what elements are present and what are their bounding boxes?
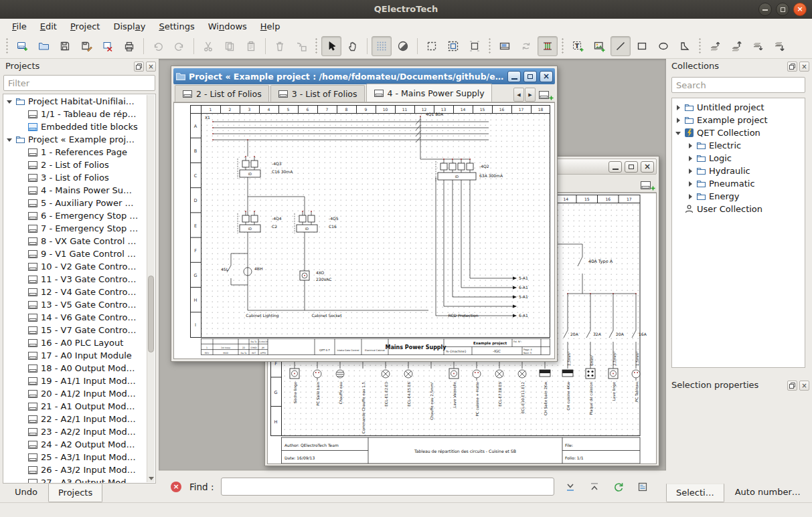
maximize-icon[interactable] xyxy=(625,161,638,173)
new-folio-button[interactable] xyxy=(12,36,32,56)
collection-tree-item[interactable]: Logic xyxy=(672,152,805,165)
toolbar-handle[interactable] xyxy=(698,37,702,55)
project-tree-item[interactable]: 2 - List of Folios xyxy=(3,159,147,171)
project-tree-item[interactable]: 27 - A3 Output Mod… xyxy=(3,476,147,484)
expander-right-icon[interactable] xyxy=(675,104,681,111)
add-folio-icon[interactable] xyxy=(538,88,555,102)
collection-tree-item[interactable]: Example project xyxy=(672,114,805,126)
grid-button[interactable] xyxy=(372,36,392,56)
send-to-back-button[interactable] xyxy=(769,36,789,56)
raise-element-button[interactable] xyxy=(705,36,725,56)
project-tree-item[interactable]: 6 - Emergency Stop … xyxy=(3,209,147,222)
lower-element-button[interactable] xyxy=(748,36,768,56)
project-tree-item[interactable]: 18 - A0 Output Mod… xyxy=(3,362,147,375)
project-tree-item[interactable]: 8 - VX Gate Control … xyxy=(3,235,147,247)
dock-tab-auto-number-[interactable]: Auto number… xyxy=(726,484,810,502)
add-folio-icon[interactable] xyxy=(639,178,657,192)
toolbar-handle[interactable] xyxy=(315,37,318,55)
close-find-icon[interactable]: × xyxy=(171,482,181,492)
maximize-icon[interactable] xyxy=(523,71,537,82)
close-panel-icon[interactable]: × xyxy=(799,381,809,391)
expander-down-icon[interactable] xyxy=(675,130,681,136)
menu-file[interactable]: File xyxy=(5,20,33,33)
folio-tab[interactable]: 4 - Mains Power Supply xyxy=(366,84,492,102)
add-conductor-button[interactable] xyxy=(538,36,558,56)
menu-windows[interactable]: Windows xyxy=(201,20,254,33)
toolbar-handle[interactable] xyxy=(488,37,491,55)
deselect-button[interactable] xyxy=(465,36,485,56)
project-tree-item[interactable]: 3 - List of Folios xyxy=(3,171,147,184)
close-project-button[interactable] xyxy=(98,36,118,56)
expander-right-icon[interactable] xyxy=(687,155,694,162)
edit-titleblock-button[interactable] xyxy=(495,36,515,56)
float-panel-icon[interactable] xyxy=(134,62,144,72)
project-tree-item[interactable]: 13 - V5 Gate Contro… xyxy=(3,298,147,311)
project-tree-item[interactable]: 16 - A0 PLC Layout xyxy=(3,336,147,349)
project-tree-item[interactable]: 22 - A2/1 Input Mod… xyxy=(3,413,147,425)
find-previous-icon[interactable] xyxy=(586,479,602,495)
select-pointer-button[interactable] xyxy=(321,36,341,56)
print-button[interactable] xyxy=(119,36,139,56)
add-image-button[interactable] xyxy=(589,36,609,56)
add-polygon-button[interactable] xyxy=(675,36,695,56)
open-project-button[interactable] xyxy=(33,36,54,56)
save-as-button[interactable] xyxy=(76,36,96,56)
project-tree-item[interactable]: 1 - References Page xyxy=(3,146,147,159)
tab-scroll-right-icon[interactable]: ▶ xyxy=(525,88,536,102)
collection-tree-item[interactable]: Hydraulic xyxy=(672,165,805,177)
expander-right-icon[interactable] xyxy=(687,193,694,200)
project-tree-item[interactable]: 9 - V1 Gate Control … xyxy=(3,247,147,260)
project-tree-item[interactable]: 14 - V6 Gate Contro… xyxy=(3,311,147,324)
dock-tab-projects[interactable]: Projects xyxy=(48,484,102,502)
collection-tree-item[interactable]: Pneumatic xyxy=(672,177,805,190)
scrollbar-thumb[interactable] xyxy=(148,276,154,352)
active-window-titlebar[interactable]: Project « Example project : /home/fdomat… xyxy=(173,68,555,84)
project-tree-item[interactable]: Project Habitat-Unifilai… xyxy=(3,95,147,108)
project-tree-item[interactable]: 24 - A2 Output Mod… xyxy=(3,438,147,451)
find-refresh-icon[interactable] xyxy=(611,479,627,495)
close-panel-icon[interactable]: × xyxy=(799,62,809,72)
dock-tab-selecti-[interactable]: Selecti… xyxy=(666,484,724,502)
save-button[interactable] xyxy=(55,36,75,56)
toolbar-handle[interactable] xyxy=(5,37,9,55)
minimize-icon[interactable] xyxy=(608,161,622,173)
project-tree-item[interactable]: 21 - A1 Output Mod… xyxy=(3,400,147,413)
filter-input[interactable] xyxy=(3,75,155,91)
find-input[interactable] xyxy=(221,478,554,496)
float-panel-icon[interactable] xyxy=(787,62,797,72)
expander-right-icon[interactable] xyxy=(687,168,694,175)
project-tree-item[interactable]: 4 - Mains Power Su… xyxy=(3,184,147,197)
add-ellipse-button[interactable] xyxy=(653,36,673,56)
menu-help[interactable]: Help xyxy=(254,20,287,33)
collection-tree-item[interactable]: Electric xyxy=(672,139,805,152)
select-all-button[interactable] xyxy=(443,36,463,56)
close-icon[interactable]: × xyxy=(641,161,654,173)
project-tree-item[interactable]: 5 - Auxiliary Power … xyxy=(3,197,147,209)
add-rectangle-button[interactable] xyxy=(632,36,652,56)
menu-display[interactable]: Display xyxy=(106,20,152,33)
collection-tree-item[interactable]: User Collection xyxy=(672,203,805,215)
expander-right-icon[interactable] xyxy=(687,142,694,149)
project-tree-item[interactable]: 19 - A1/1 Input Mod… xyxy=(3,375,147,387)
folio-tab[interactable]: 2 - List of Folios xyxy=(175,85,269,102)
project-tree-item[interactable]: Project « Example proj… xyxy=(3,133,147,146)
folio-canvas[interactable]: 123456789101112131415161718ABCDEFGHIX14Q… xyxy=(173,102,555,359)
find-options-icon[interactable] xyxy=(635,479,651,495)
scroll-down-icon[interactable] xyxy=(149,477,154,480)
project-tree-item[interactable]: Embedded title blocks xyxy=(3,120,147,133)
toolbar-handle[interactable] xyxy=(561,37,564,55)
background-color-button[interactable] xyxy=(393,36,413,56)
menu-edit[interactable]: Edit xyxy=(33,20,64,33)
project-window-active[interactable]: Project « Example project : /home/fdomat… xyxy=(171,66,558,362)
project-tree-item[interactable]: 26 - A3/2 Input Mod… xyxy=(3,463,147,476)
project-tree-item[interactable]: 12 - V4 Gate Contro… xyxy=(3,286,147,298)
expander-right-icon[interactable] xyxy=(675,117,681,124)
add-line-button[interactable] xyxy=(611,36,631,56)
menu-project[interactable]: Project xyxy=(64,20,107,33)
collection-tree-item[interactable]: Energy xyxy=(672,190,805,203)
collection-tree-item[interactable]: QET Collection xyxy=(672,126,805,139)
close-icon[interactable]: × xyxy=(540,71,553,82)
dock-tab-undo[interactable]: Undo xyxy=(5,484,47,502)
float-panel-icon[interactable] xyxy=(787,381,797,391)
maximize-icon[interactable] xyxy=(776,3,789,16)
